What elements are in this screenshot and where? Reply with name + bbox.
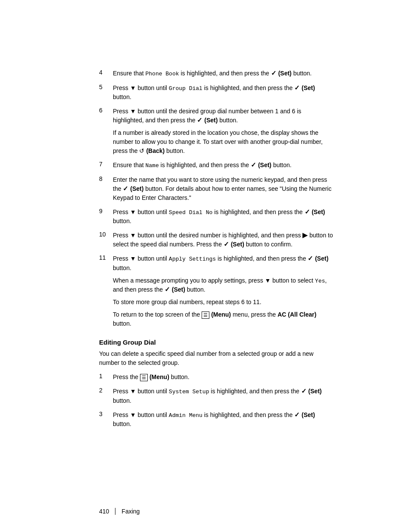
check-icon-9: ✓ bbox=[305, 208, 310, 215]
page-number: 410 bbox=[99, 508, 109, 515]
check-icon-4: ✓ bbox=[271, 70, 277, 76]
step-4-set: (Set) bbox=[278, 70, 292, 77]
check-icon-7: ✓ bbox=[251, 162, 256, 168]
down-arrow-icon-11: ▼ bbox=[130, 255, 136, 261]
menu-icon-11: ☰ bbox=[202, 311, 209, 319]
step-8-content: Enter the name that you want to store us… bbox=[113, 175, 333, 202]
page-footer: 410 Faxing bbox=[99, 508, 140, 515]
right-arrow-icon-10: ▶ bbox=[302, 232, 308, 238]
step-number-11: 11 bbox=[99, 254, 113, 261]
down-arrow-icon-11b: ▼ bbox=[265, 277, 271, 283]
step-7-set: (Set) bbox=[258, 162, 271, 168]
down-arrow-icon-9: ▼ bbox=[130, 209, 136, 215]
step-11-allclear: (All Clear) bbox=[288, 311, 316, 318]
edit-step-2-set: (Set) bbox=[308, 388, 322, 395]
step-5-code: Group Dial bbox=[169, 85, 202, 92]
down-arrow-icon-6: ▼ bbox=[130, 108, 136, 114]
step-4: 4 Ensure that Phone Book is highlighted,… bbox=[99, 69, 333, 78]
step-9-content: Press ▼ button until Speed Dial No is hi… bbox=[113, 208, 333, 226]
step-11-set: (Set) bbox=[315, 255, 328, 262]
step-11-sub2: To store more group dial numbers, repeat… bbox=[113, 298, 333, 307]
step-9-code: Speed Dial No bbox=[169, 209, 212, 216]
step-9: 9 Press ▼ button until Speed Dial No is … bbox=[99, 208, 333, 226]
menu-icon-edit1: ☰ bbox=[140, 374, 148, 381]
edit-step-2-content: Press ▼ button until System Setup is hig… bbox=[113, 387, 333, 405]
check-icon-edit2: ✓ bbox=[301, 388, 307, 394]
footer-section: Faxing bbox=[121, 508, 140, 515]
step-6-content: Press ▼ button until the desired group d… bbox=[113, 107, 333, 156]
step-4-text: Ensure that Phone Book is highlighted, a… bbox=[113, 70, 312, 77]
step-11: 11 Press ▼ button until Apply Settings i… bbox=[99, 254, 333, 328]
check-icon-8: ✓ bbox=[123, 185, 128, 192]
footer-divider bbox=[115, 508, 115, 515]
edit-step-3: 3 Press ▼ button until Admin Menu is hig… bbox=[99, 411, 333, 429]
check-icon-5: ✓ bbox=[294, 84, 300, 91]
step-9-set: (Set) bbox=[311, 208, 325, 215]
step-11-sub1: When a message prompting you to apply se… bbox=[113, 276, 333, 295]
step-number-4: 4 bbox=[99, 69, 113, 76]
step-5-text: Press ▼ button until Group Dial is highl… bbox=[113, 84, 315, 101]
step-7-code: Name bbox=[146, 162, 159, 169]
check-icon-edit3: ✓ bbox=[294, 411, 300, 418]
edit-step-1-menu: (Menu) bbox=[149, 373, 169, 380]
edit-step-1: 1 Press the ☰ (Menu) button. bbox=[99, 373, 333, 382]
step-8-set: (Set) bbox=[130, 185, 143, 192]
step-11-set2: (Set) bbox=[172, 286, 185, 293]
step-7-content: Ensure that Name is highlighted, and the… bbox=[113, 161, 333, 170]
step-6-sub: If a number is already stored in the loc… bbox=[113, 128, 333, 156]
step-11-main: Press ▼ button until Apply Settings is h… bbox=[113, 254, 333, 273]
step-9-text: Press ▼ button until Speed Dial No is hi… bbox=[113, 208, 325, 225]
down-arrow-icon-edit2: ▼ bbox=[130, 388, 136, 394]
editing-group-dial-heading: Editing Group Dial bbox=[99, 339, 333, 346]
check-icon-11: ✓ bbox=[308, 255, 313, 261]
edit-step-number-3: 3 bbox=[99, 411, 113, 417]
edit-step-2: 2 Press ▼ button until System Setup is h… bbox=[99, 387, 333, 405]
edit-step-2-text: Press ▼ button until System Setup is hig… bbox=[113, 388, 322, 404]
step-7-text: Ensure that Name is highlighted, and the… bbox=[113, 162, 292, 168]
step-number-6: 6 bbox=[99, 107, 113, 114]
step-5-content: Press ▼ button until Group Dial is highl… bbox=[113, 84, 333, 102]
check-icon-11b: ✓ bbox=[165, 286, 170, 292]
edit-step-2-code: System Setup bbox=[169, 389, 209, 395]
edit-step-1-content: Press the ☰ (Menu) button. bbox=[113, 373, 333, 382]
step-4-code: Phone Book bbox=[146, 71, 179, 77]
main-steps-list: 4 Ensure that Phone Book is highlighted,… bbox=[99, 69, 333, 328]
edit-step-number-2: 2 bbox=[99, 387, 113, 394]
step-4-content: Ensure that Phone Book is highlighted, a… bbox=[113, 69, 333, 78]
check-icon-10: ✓ bbox=[224, 241, 229, 247]
step-5-set: (Set) bbox=[302, 84, 315, 91]
step-11-sub3: To return to the top screen of the ☰ (Me… bbox=[113, 310, 333, 328]
down-arrow-icon-5: ▼ bbox=[130, 85, 136, 91]
step-11-code: Apply Settings bbox=[169, 256, 216, 262]
step-7: 7 Ensure that Name is highlighted, and t… bbox=[99, 161, 333, 170]
step-10-content: Press ▼ button until the desired number … bbox=[113, 231, 333, 249]
edit-step-number-1: 1 bbox=[99, 373, 113, 380]
step-number-8: 8 bbox=[99, 175, 113, 182]
step-number-7: 7 bbox=[99, 161, 113, 168]
step-6-set: (Set) bbox=[204, 117, 218, 124]
edit-step-3-content: Press ▼ button until Admin Menu is highl… bbox=[113, 411, 333, 429]
step-6-back: (Back) bbox=[146, 147, 165, 154]
down-arrow-icon-10: ▼ bbox=[130, 232, 136, 238]
allclear-icon-11: AC bbox=[277, 311, 286, 318]
step-11-content: Press ▼ button until Apply Settings is h… bbox=[113, 254, 333, 328]
step-number-10: 10 bbox=[99, 231, 113, 238]
page: 4 Ensure that Phone Book is highlighted,… bbox=[0, 0, 411, 532]
step-8-text: Enter the name that you want to store us… bbox=[113, 176, 331, 201]
step-10-set: (Set) bbox=[231, 241, 244, 248]
step-number-5: 5 bbox=[99, 84, 113, 90]
editing-intro: You can delete a specific speed dial num… bbox=[99, 349, 333, 367]
step-number-9: 9 bbox=[99, 208, 113, 215]
edit-step-3-text: Press ▼ button until Admin Menu is highl… bbox=[113, 411, 315, 428]
back-icon-6: ↺ bbox=[139, 148, 144, 154]
step-5: 5 Press ▼ button until Group Dial is hig… bbox=[99, 84, 333, 102]
check-icon-6: ✓ bbox=[197, 117, 202, 123]
down-arrow-icon-edit3: ▼ bbox=[130, 412, 136, 418]
step-11-menu: (Menu) bbox=[211, 311, 231, 318]
step-10-text: Press ▼ button until the desired number … bbox=[113, 232, 333, 248]
step-8: 8 Enter the name that you want to store … bbox=[99, 175, 333, 202]
step-6: 6 Press ▼ button until the desired group… bbox=[99, 107, 333, 156]
step-11-yes: Yes bbox=[315, 278, 325, 284]
editing-steps-list: 1 Press the ☰ (Menu) button. 2 Press ▼ b… bbox=[99, 373, 333, 429]
edit-step-3-code: Admin Menu bbox=[169, 412, 202, 419]
